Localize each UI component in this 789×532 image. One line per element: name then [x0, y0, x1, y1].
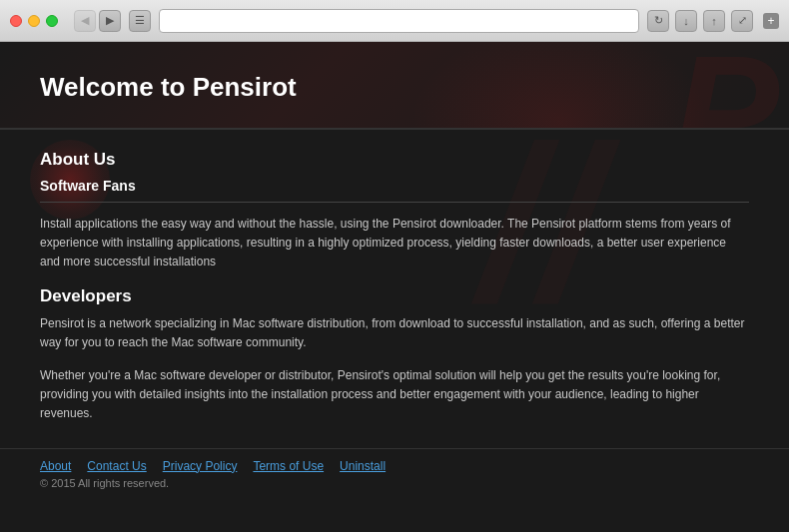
page-title: Welcome to Pensirot: [40, 72, 749, 103]
footer-link-about[interactable]: About: [40, 459, 71, 473]
footer-link-terms[interactable]: Terms of Use: [253, 459, 324, 473]
about-us-title: About Us: [40, 150, 749, 170]
developers-body-1: Pensirot is a network specializing in Ma…: [40, 314, 749, 352]
address-bar[interactable]: [159, 9, 639, 33]
footer-link-contact[interactable]: Contact Us: [87, 459, 146, 473]
forward-button[interactable]: ▶: [99, 10, 121, 32]
reader-icon: ☰: [135, 14, 145, 27]
traffic-lights: [10, 15, 58, 27]
footer-link-uninstall[interactable]: Uninstall: [340, 459, 386, 473]
add-tab-button[interactable]: +: [763, 13, 779, 29]
content-area: // About Us Software Fans Install applic…: [0, 130, 789, 499]
download-button[interactable]: ↓: [675, 10, 697, 32]
browser-chrome: ◀ ▶ ☰ ↻ ↓ ↑ ⤢ +: [0, 0, 789, 42]
main-content: About Us Software Fans Install applicati…: [0, 130, 789, 448]
forward-icon: ▶: [106, 14, 114, 27]
share-icon: ↑: [711, 15, 717, 27]
back-button[interactable]: ◀: [74, 10, 96, 32]
developers-body-2: Whether you're a Mac software developer …: [40, 366, 749, 424]
divider-1: [40, 202, 749, 203]
footer-links: About Contact Us Privacy Policy Terms of…: [40, 459, 749, 473]
back-icon: ◀: [81, 14, 89, 27]
download-icon: ↓: [683, 15, 689, 27]
refresh-button[interactable]: ↻: [647, 10, 669, 32]
minimize-button[interactable]: [28, 15, 40, 27]
close-button[interactable]: [10, 15, 22, 27]
software-fans-title: Software Fans: [40, 178, 749, 194]
nav-buttons: ◀ ▶: [74, 10, 121, 32]
toolbar-right: ↻ ↓ ↑ ⤢ +: [647, 10, 779, 32]
footer: About Contact Us Privacy Policy Terms of…: [0, 448, 789, 499]
refresh-icon: ↻: [654, 14, 663, 27]
add-tab-icon: +: [767, 14, 774, 28]
footer-copyright: © 2015 All rights reserved.: [40, 477, 749, 489]
software-fans-body: Install applications the easy way and wi…: [40, 215, 749, 272]
fullscreen-icon: ⤢: [738, 14, 747, 27]
browser-content[interactable]: P Welcome to Pensirot // About Us Softwa…: [0, 42, 789, 532]
hero-section: P Welcome to Pensirot: [0, 42, 789, 130]
share-button[interactable]: ↑: [703, 10, 725, 32]
footer-link-privacy[interactable]: Privacy Policy: [163, 459, 238, 473]
maximize-button[interactable]: [46, 15, 58, 27]
reader-button[interactable]: ☰: [129, 10, 151, 32]
fullscreen-button[interactable]: ⤢: [731, 10, 753, 32]
developers-title: Developers: [40, 286, 749, 306]
